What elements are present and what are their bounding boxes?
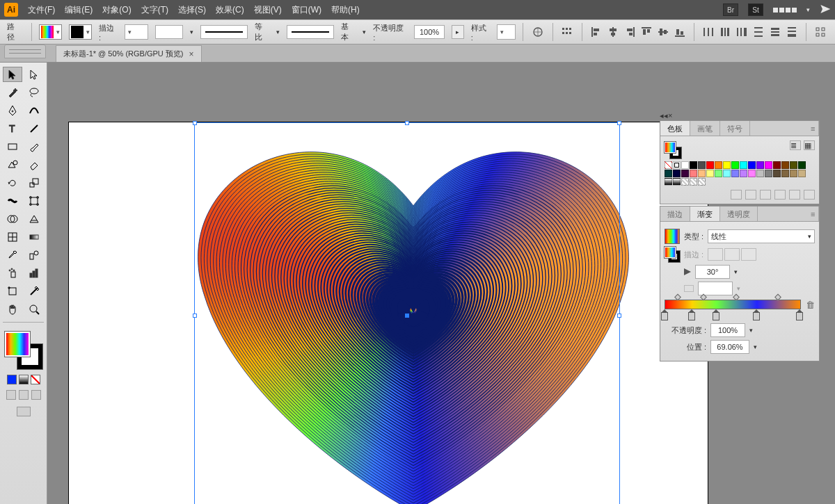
- swatch[interactable]: [690, 170, 697, 177]
- hand-tool-icon[interactable]: [3, 302, 22, 317]
- swatch[interactable]: [665, 161, 672, 169]
- swatch[interactable]: [673, 178, 681, 186]
- swatch[interactable]: [765, 161, 772, 169]
- dist-h-center-icon[interactable]: [718, 24, 732, 40]
- align-panel-icon[interactable]: [560, 24, 575, 40]
- delete-stop-icon[interactable]: 🗑: [806, 300, 815, 310]
- shaper-tool-icon[interactable]: [3, 157, 22, 172]
- swatch[interactable]: [765, 170, 772, 177]
- gradient-stop[interactable]: [753, 312, 760, 320]
- swatch[interactable]: [673, 170, 681, 177]
- align-top-icon[interactable]: [639, 24, 653, 40]
- pen-tool-icon[interactable]: [3, 103, 22, 118]
- menu-object[interactable]: 对象(O): [102, 4, 131, 16]
- artboard-tool-icon[interactable]: [3, 284, 22, 299]
- swatch[interactable]: [698, 161, 706, 169]
- stroke-style[interactable]: [287, 25, 334, 39]
- swatch[interactable]: [681, 161, 689, 169]
- shape-builder-tool-icon[interactable]: [3, 211, 22, 227]
- swatch[interactable]: [690, 161, 697, 169]
- swatch[interactable]: [773, 161, 781, 169]
- fill-swatch[interactable]: ▾: [39, 24, 62, 40]
- graphic-style[interactable]: ▾: [497, 24, 516, 40]
- swatch[interactable]: [781, 170, 789, 177]
- gradient-type-select[interactable]: 线性▾: [708, 229, 815, 243]
- symbol-sprayer-tool-icon[interactable]: [3, 266, 22, 281]
- rotate-tool-icon[interactable]: [3, 175, 22, 190]
- swatch[interactable]: [665, 178, 672, 186]
- swatch[interactable]: [723, 161, 731, 169]
- free-transform-tool-icon[interactable]: [25, 193, 45, 209]
- scale-tool-icon[interactable]: [25, 175, 45, 190]
- magic-wand-tool-icon[interactable]: [3, 85, 22, 100]
- screen-mode-icon[interactable]: [17, 407, 31, 416]
- swatch[interactable]: [748, 161, 756, 169]
- paintbrush-tool-icon[interactable]: [25, 139, 45, 154]
- swatch[interactable]: [798, 161, 806, 169]
- width-tool-icon[interactable]: [3, 193, 22, 209]
- swatch-kind-icon[interactable]: [745, 190, 756, 200]
- menu-file[interactable]: 文件(F): [28, 4, 55, 16]
- draw-inside-icon[interactable]: [31, 390, 41, 400]
- align-bottom-icon[interactable]: [673, 24, 687, 40]
- rectangle-tool-icon[interactable]: [3, 139, 22, 154]
- color-mode-solid-icon[interactable]: [7, 375, 17, 384]
- swatch[interactable]: [698, 178, 706, 186]
- panel-menu-icon[interactable]: ≡: [804, 121, 819, 136]
- menu-edit[interactable]: 编辑(E): [65, 4, 93, 16]
- swatch-options-icon[interactable]: [760, 190, 771, 200]
- tab-symbols[interactable]: 符号: [720, 121, 750, 136]
- tab-transparency[interactable]: 透明度: [720, 206, 758, 221]
- collapsed-panel-handle[interactable]: [4, 44, 46, 58]
- menu-window[interactable]: 窗口(W): [292, 4, 321, 16]
- swatch[interactable]: [798, 170, 806, 177]
- perspective-grid-tool-icon[interactable]: [25, 211, 45, 227]
- direct-selection-tool-icon[interactable]: [25, 67, 45, 82]
- menu-view[interactable]: 视图(V): [254, 4, 282, 16]
- dist-v-bottom-icon[interactable]: [785, 24, 799, 40]
- align-right-icon[interactable]: [623, 24, 637, 40]
- fill-stroke-indicator[interactable]: [5, 332, 42, 369]
- color-mode-none-icon[interactable]: [31, 375, 40, 384]
- swatch-list-view-icon[interactable]: ≣: [790, 140, 801, 150]
- swatch[interactable]: [756, 170, 764, 177]
- swatch[interactable]: [748, 170, 756, 177]
- panel-collapse-icon[interactable]: ◂◂: [660, 111, 668, 120]
- swatch[interactable]: [690, 178, 697, 186]
- swatch[interactable]: [681, 170, 689, 177]
- selection-tool-icon[interactable]: [3, 67, 22, 82]
- tab-swatches[interactable]: 色板: [660, 121, 690, 136]
- swatch[interactable]: [665, 170, 672, 177]
- color-mode-gradient-icon[interactable]: [19, 375, 29, 384]
- swatch[interactable]: [715, 170, 722, 177]
- gradient-stop[interactable]: [796, 312, 803, 320]
- opacity-field[interactable]: 100%: [414, 25, 445, 39]
- swatch[interactable]: [673, 161, 681, 169]
- opacity-popup-icon[interactable]: ▸: [452, 25, 463, 39]
- sync-icon[interactable]: [820, 3, 831, 17]
- swatch[interactable]: [731, 161, 739, 169]
- swatch[interactable]: [790, 161, 797, 169]
- close-tab-icon[interactable]: ×: [189, 49, 194, 59]
- dist-v-center-icon[interactable]: [768, 24, 782, 40]
- gradient-stop[interactable]: [688, 312, 695, 320]
- slice-tool-icon[interactable]: [25, 284, 45, 299]
- tab-stroke[interactable]: 描边: [660, 206, 690, 221]
- zoom-tool-icon[interactable]: [25, 302, 45, 317]
- lasso-tool-icon[interactable]: [25, 85, 45, 100]
- mesh-tool-icon[interactable]: [3, 229, 22, 245]
- menu-select[interactable]: 选择(S): [178, 4, 206, 16]
- curvature-tool-icon[interactable]: [25, 103, 45, 118]
- arrange-documents-icon[interactable]: [773, 8, 797, 13]
- swatch[interactable]: [731, 170, 739, 177]
- stroke-weight-field[interactable]: ▾: [125, 24, 148, 40]
- swatch[interactable]: [740, 170, 747, 177]
- type-tool-icon[interactable]: T: [3, 121, 22, 136]
- selection-bounding-box[interactable]: [194, 122, 620, 504]
- blend-tool-icon[interactable]: [25, 247, 45, 263]
- dist-h-right-icon[interactable]: [735, 24, 749, 40]
- swatch[interactable]: [740, 161, 747, 169]
- stroke-profile[interactable]: [155, 25, 184, 39]
- swatch[interactable]: [681, 178, 689, 186]
- gradient-slider[interactable]: 🗑: [665, 300, 815, 320]
